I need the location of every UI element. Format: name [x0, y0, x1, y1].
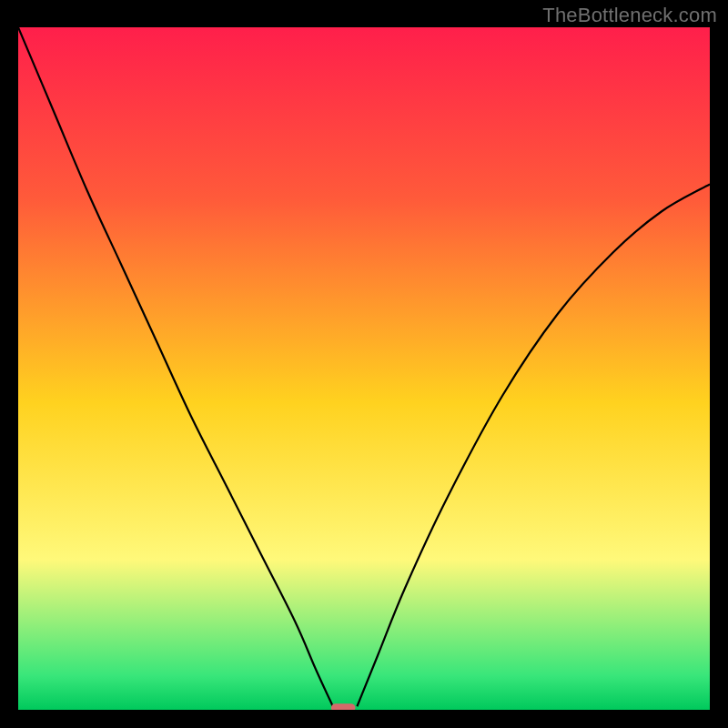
chart-svg — [18, 27, 710, 710]
chart-plot-area — [18, 27, 710, 710]
gradient-background — [18, 27, 710, 710]
bottleneck-marker — [331, 703, 356, 710]
chart-frame: TheBottleneck.com — [0, 0, 728, 728]
watermark-text: TheBottleneck.com — [542, 4, 717, 27]
